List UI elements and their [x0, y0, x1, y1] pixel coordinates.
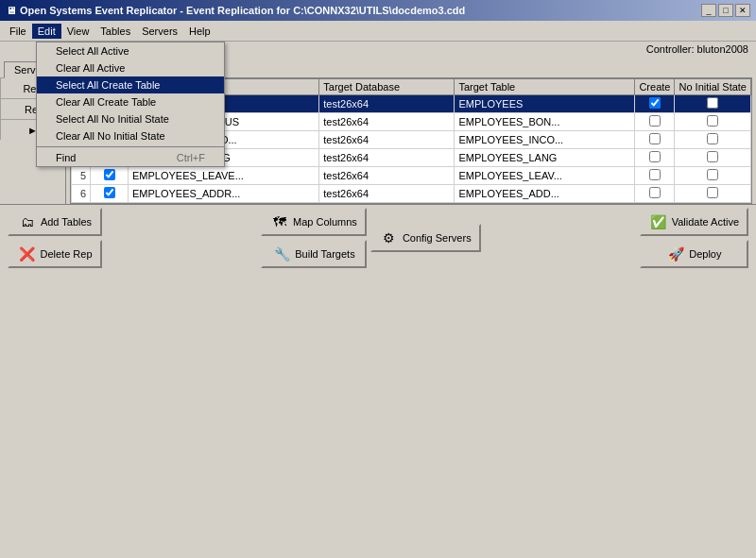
controller-label: Controller:	[646, 43, 695, 55]
bottom-toolbar: 🗂 Add Tables ❌ Delete Rep 🗺 Map Columns …	[0, 204, 756, 270]
row-create-checkbox[interactable]	[635, 149, 675, 167]
middle-btn-group: 🗺 Map Columns 🔧 Build Targets	[261, 208, 367, 268]
title-bar: 🖥 Open Systems Event Replicator - Event …	[0, 0, 756, 21]
no-initial-state-checkbox-input[interactable]	[707, 187, 718, 198]
menu-tables[interactable]: Tables	[94, 24, 136, 39]
add-tables-button[interactable]: 🗂 Add Tables	[8, 208, 102, 236]
left-btn-group: 🗂 Add Tables ❌ Delete Rep	[8, 208, 102, 268]
menu-clear-all-active[interactable]: Clear All Active	[37, 59, 224, 76]
minimize-button[interactable]: _	[701, 4, 716, 17]
app-icon: 🖥	[6, 5, 16, 16]
table-row: 6EMPLOYEES_ADDR...test26x64EMPLOYEES_ADD…	[72, 185, 751, 203]
row-target-db: test26x64	[319, 149, 455, 167]
menu-separator	[37, 146, 224, 147]
row-source-table: EMPLOYEES_ADDR...	[129, 185, 319, 203]
row-target-table: EMPLOYEES_ADD...	[455, 185, 635, 203]
menu-edit[interactable]: Edit	[32, 24, 61, 39]
row-active-checkbox[interactable]	[91, 167, 129, 185]
col-no-initial-state: No Initial State	[675, 79, 751, 95]
validate-active-button[interactable]: ✅ Validate Active	[640, 208, 748, 236]
window-title: Open Systems Event Replicator - Event Re…	[20, 5, 465, 16]
menu-clear-all-no-initial-state[interactable]: Clear All No Initial State	[37, 127, 224, 144]
row-target-table: EMPLOYEES_LEAV...	[455, 167, 635, 185]
no-initial-state-checkbox-input[interactable]	[707, 169, 718, 180]
row-no-initial-state-checkbox[interactable]	[675, 131, 751, 149]
row-no-initial-state-checkbox[interactable]	[675, 149, 751, 167]
create-checkbox-input[interactable]	[649, 187, 661, 198]
delete-rep-button[interactable]: ❌ Delete Rep	[8, 240, 102, 268]
map-columns-label: Map Columns	[293, 216, 357, 228]
active-checkbox-input[interactable]	[104, 187, 115, 198]
deploy-icon: 🚀	[666, 245, 685, 262]
row-no-initial-state-checkbox[interactable]	[675, 185, 751, 203]
menu-clear-all-create-table[interactable]: Clear All Create Table	[37, 93, 224, 110]
map-columns-icon: 🗺	[270, 213, 289, 230]
row-target-table: EMPLOYEES_LANG	[455, 149, 635, 167]
table-row: 5EMPLOYEES_LEAVE...test26x64EMPLOYEES_LE…	[72, 167, 751, 185]
config-servers-icon: ⚙	[380, 229, 399, 246]
close-button[interactable]: ✕	[735, 4, 750, 17]
build-targets-button[interactable]: 🔧 Build Targets	[261, 240, 367, 268]
config-servers-label: Config Servers	[403, 232, 472, 244]
row-target-db: test26x64	[319, 113, 455, 131]
menu-select-all-active[interactable]: Select All Active	[37, 42, 224, 59]
row-target-table: EMPLOYEES_BON...	[455, 113, 635, 131]
title-bar-controls: _ □ ✕	[701, 4, 750, 17]
no-initial-state-checkbox-input[interactable]	[707, 115, 718, 127]
row-target-table: EMPLOYEES_INCO...	[455, 131, 635, 149]
menu-bar: File Edit View Tables Servers Help Selec…	[0, 21, 756, 42]
menu-file[interactable]: File	[4, 24, 32, 39]
config-servers-button[interactable]: ⚙ Config Servers	[370, 224, 481, 252]
right-btn-group: ✅ Validate Active 🚀 Deploy	[640, 208, 748, 268]
deploy-label: Deploy	[689, 248, 721, 260]
row-number: 5	[72, 167, 91, 185]
deploy-button[interactable]: 🚀 Deploy	[640, 240, 748, 268]
menu-servers[interactable]: Servers	[136, 24, 183, 39]
create-checkbox-input[interactable]	[649, 151, 661, 162]
col-create: Create	[635, 79, 675, 95]
validate-active-label: Validate Active	[672, 216, 739, 228]
map-columns-button[interactable]: 🗺 Map Columns	[261, 208, 367, 236]
create-checkbox-input[interactable]	[649, 97, 661, 109]
build-targets-icon: 🔧	[272, 245, 291, 262]
middle2-btn-group: ⚙ Config Servers	[370, 224, 481, 252]
row-target-db: test26x64	[319, 95, 455, 113]
validate-active-icon: ✅	[649, 213, 668, 230]
controller-value: bluton2008	[697, 43, 748, 55]
menu-view[interactable]: View	[61, 24, 95, 39]
row-target-db: test26x64	[319, 131, 455, 149]
row-active-checkbox[interactable]	[91, 185, 129, 203]
row-create-checkbox[interactable]	[635, 113, 675, 131]
create-checkbox-input[interactable]	[649, 169, 661, 180]
col-target-db: Target Database	[319, 79, 455, 95]
add-tables-icon: 🗂	[18, 213, 37, 230]
menu-find[interactable]: Find Ctrl+F	[37, 149, 224, 166]
add-tables-label: Add Tables	[41, 216, 92, 228]
build-targets-label: Build Targets	[295, 248, 354, 260]
row-target-table: EMPLOYEES	[455, 95, 635, 113]
row-number: 6	[72, 185, 91, 203]
row-create-checkbox[interactable]	[635, 167, 675, 185]
row-no-initial-state-checkbox[interactable]	[675, 167, 751, 185]
no-initial-state-checkbox-input[interactable]	[707, 97, 718, 109]
row-target-db: test26x64	[319, 167, 455, 185]
row-no-initial-state-checkbox[interactable]	[675, 113, 751, 131]
title-bar-left: 🖥 Open Systems Event Replicator - Event …	[6, 5, 465, 16]
no-initial-state-checkbox-input[interactable]	[707, 151, 718, 162]
active-checkbox-input[interactable]	[104, 169, 115, 180]
create-checkbox-input[interactable]	[649, 133, 661, 144]
row-source-table: EMPLOYEES_LEAVE...	[129, 167, 319, 185]
create-checkbox-input[interactable]	[649, 115, 661, 127]
row-target-db: test26x64	[319, 185, 455, 203]
no-initial-state-checkbox-input[interactable]	[707, 133, 718, 144]
menu-select-all-no-initial-state[interactable]: Select All No Initial State	[37, 110, 224, 127]
maximize-button[interactable]: □	[718, 4, 733, 17]
menu-select-all-create-table[interactable]: Select All Create Table	[37, 76, 224, 93]
row-create-checkbox[interactable]	[635, 95, 675, 113]
row-no-initial-state-checkbox[interactable]	[675, 95, 751, 113]
col-target-table: Target Table	[455, 79, 635, 95]
delete-rep-label: Delete Rep	[40, 248, 92, 260]
row-create-checkbox[interactable]	[635, 185, 675, 203]
row-create-checkbox[interactable]	[635, 131, 675, 149]
menu-help[interactable]: Help	[183, 24, 216, 39]
